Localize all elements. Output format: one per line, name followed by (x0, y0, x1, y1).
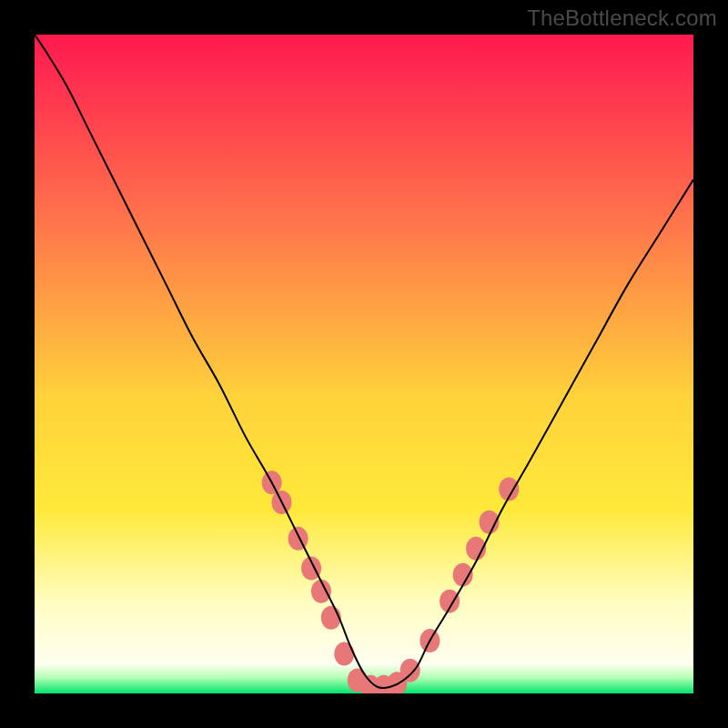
gradient-background (35, 35, 693, 693)
marker-point (453, 563, 473, 587)
marker-point (321, 606, 341, 630)
bottleneck-chart (0, 0, 728, 728)
marker-point (400, 659, 420, 682)
watermark-text: TheBottleneck.com (527, 5, 717, 31)
chart-stage: TheBottleneck.com (0, 0, 728, 728)
marker-point (288, 527, 308, 551)
marker-point (334, 642, 354, 666)
